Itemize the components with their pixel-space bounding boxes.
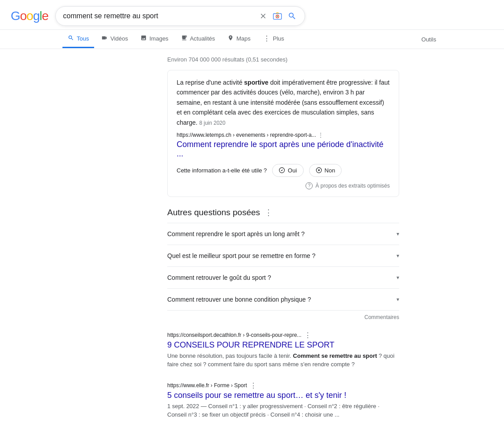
paa-chevron-0: ▾	[397, 231, 399, 237]
paa-question-3: Comment retrouver une bonne condition ph…	[167, 296, 311, 303]
snippet-title-link[interactable]: Comment reprendre le sport après une pér…	[177, 140, 390, 159]
camera-search-button[interactable]	[272, 10, 283, 22]
tools-button[interactable]: Outils	[416, 32, 442, 47]
feedback-label: Cette information a-t-elle été utile ?	[177, 167, 267, 174]
search-button[interactable]	[287, 11, 297, 21]
tab-actualites-label: Actualités	[190, 35, 215, 42]
paa-list: Comment reprendre le sport après un long…	[167, 223, 399, 311]
tab-plus-label: Plus	[273, 35, 284, 42]
google-logo[interactable]: Google	[11, 9, 48, 23]
about-snippets-icon: ?	[306, 182, 313, 189]
tab-images-label: Images	[149, 35, 169, 42]
nav-tabs: Tous Vidéos Images Actualités Maps ⋮ Plu…	[0, 30, 504, 49]
result-1-snippet: 1 sept. 2022 — Conseil n°1 : y aller pro…	[167, 402, 399, 419]
snippet-url-row: https://www.letemps.ch › evenements › re…	[177, 132, 390, 138]
paa-chevron-2: ▾	[397, 274, 399, 281]
search-input[interactable]	[63, 12, 255, 20]
result-0-more-button[interactable]: ⋮	[304, 331, 311, 340]
result-1-url-row: https://www.elle.fr › Forme › Sport ⋮	[167, 381, 399, 390]
snippet-url-text: https://www.letemps.ch › evenements › re…	[177, 132, 316, 138]
paa-question-0: Comment reprendre le sport après un long…	[167, 230, 305, 237]
result-0-snippet-before: Une bonne résolution, pas toujours facil…	[167, 352, 293, 359]
clear-button[interactable]	[258, 11, 268, 21]
result-1-more-button[interactable]: ⋮	[250, 381, 257, 390]
tab-plus[interactable]: ⋮ Plus	[258, 30, 289, 49]
paa-more-button[interactable]: ⋮	[264, 208, 273, 217]
result-0-title-link[interactable]: 9 CONSEILS POUR REPRENDRE LE SPORT	[167, 340, 399, 350]
maps-tab-icon	[227, 35, 234, 42]
paa-item-1[interactable]: Quel est le meilleur sport pour se remet…	[167, 245, 399, 266]
snippet-text: La reprise d'une activité sportive doit …	[177, 78, 390, 127]
actualites-tab-icon	[181, 35, 187, 42]
about-snippets-link[interactable]: ? À propos des extraits optimisés	[177, 182, 390, 189]
snippet-more-button[interactable]: ⋮	[318, 132, 323, 138]
feedback-yes-button[interactable]: Oui	[272, 164, 303, 177]
paa-item-3[interactable]: Comment retrouver une bonne condition ph…	[167, 288, 399, 311]
result-0-snippet: Une bonne résolution, pas toujours facil…	[167, 352, 399, 369]
result-0-snippet-bold: Comment se remettre au sport	[293, 352, 377, 359]
search-result-1: https://www.elle.fr › Forme › Sport ⋮ 5 …	[167, 381, 399, 419]
tab-maps-label: Maps	[236, 35, 251, 42]
comments-link[interactable]: Commentaires	[167, 314, 399, 320]
tab-actualites[interactable]: Actualités	[176, 30, 220, 48]
search-result-0: https://conseilsport.decathlon.fr › 9-co…	[167, 331, 399, 369]
result-1-title-link[interactable]: 5 conseils pour se remettre au sport… et…	[167, 391, 399, 400]
tab-videos-label: Vidéos	[110, 35, 128, 42]
svg-point-2	[277, 16, 278, 17]
search-bar-icons	[258, 10, 297, 22]
snippet-text-before: La reprise d'une activité	[177, 79, 244, 86]
paa-chevron-1: ▾	[397, 253, 399, 259]
paa-item-0[interactable]: Comment reprendre le sport après un long…	[167, 223, 399, 245]
about-snippets-label: À propos des extraits optimisés	[315, 183, 390, 189]
search-tab-icon	[68, 35, 74, 42]
featured-snippet: La reprise d'une activité sportive doit …	[167, 70, 399, 197]
feedback-no-label: Non	[325, 167, 335, 174]
snippet-date: 8 juin 2020	[199, 120, 226, 126]
feedback-yes-label: Oui	[288, 167, 297, 174]
result-0-url-row: https://conseilsport.decathlon.fr › 9-co…	[167, 331, 399, 340]
results-count: Environ 704 000 000 résultats (0,51 seco…	[167, 56, 399, 63]
paa-question-2: Comment retrouver le goût du sport ?	[167, 274, 271, 281]
paa-chevron-3: ▾	[397, 296, 399, 303]
videos-tab-icon	[101, 35, 107, 42]
main-content: Environ 704 000 000 résultats (0,51 seco…	[105, 49, 399, 419]
paa-section: Autres questions posées ⋮ Comment repren…	[167, 208, 399, 320]
tab-tous-label: Tous	[77, 35, 89, 42]
result-0-url: https://conseilsport.decathlon.fr › 9-co…	[167, 332, 302, 338]
paa-item-2[interactable]: Comment retrouver le goût du sport ? ▾	[167, 266, 399, 288]
result-1-url: https://www.elle.fr › Forme › Sport	[167, 382, 247, 389]
tab-images[interactable]: Images	[135, 30, 174, 48]
paa-title: Autres questions posées	[167, 208, 260, 217]
feedback-row: Cette information a-t-elle été utile ? O…	[177, 164, 390, 177]
paa-question-1: Quel est le meilleur sport pour se remet…	[167, 252, 315, 259]
tab-videos[interactable]: Vidéos	[96, 30, 133, 48]
more-dots-icon: ⋮	[263, 34, 270, 43]
tab-maps[interactable]: Maps	[222, 30, 256, 48]
paa-header: Autres questions posées ⋮	[167, 208, 399, 217]
images-tab-icon	[140, 35, 147, 42]
snippet-text-bold: sportive	[244, 79, 268, 86]
feedback-no-button[interactable]: Non	[309, 164, 342, 177]
tab-tous[interactable]: Tous	[62, 30, 94, 48]
search-bar	[55, 6, 305, 26]
header: Google	[0, 0, 504, 30]
